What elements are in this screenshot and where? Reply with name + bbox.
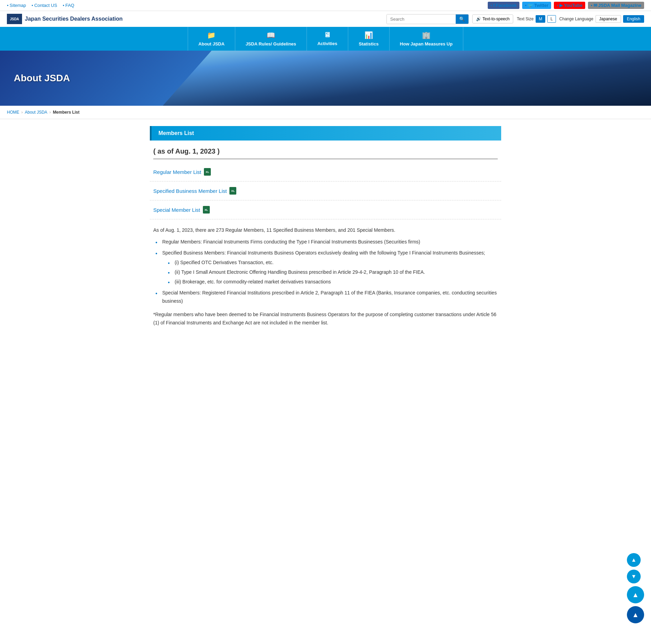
regular-member-excel-icon: XL (204, 168, 211, 176)
mail-magazine-link[interactable]: ✉ JSDA Mail Magazine (588, 2, 644, 9)
text-size-l-button[interactable]: L (547, 15, 556, 23)
logo: JSDA Japan Securities Dealers Associatio… (7, 14, 123, 24)
nav-activities[interactable]: 🖥 Activities (307, 27, 348, 51)
language-area: Change Language Japanese English (559, 15, 644, 23)
section-header: Members List (150, 126, 501, 141)
nav-how-japan-measures-up[interactable]: 🏢 How Japan Measures Up (390, 27, 463, 51)
search-button[interactable]: 🔍 (456, 14, 468, 24)
search-box: 🔍 (386, 14, 469, 24)
member-list-items: Regular Member List XL Specified Busines… (150, 163, 501, 219)
search-input[interactable] (387, 14, 456, 24)
about-jsda-icon: 📁 (207, 31, 216, 39)
nav-about-jsda[interactable]: 📁 About JSDA (188, 27, 235, 51)
twitter-link[interactable]: 🐦 Twitter (522, 2, 551, 9)
search-area: 🔍 🔊 Text-to-speech Text Size M L Change … (386, 14, 644, 24)
sub-item-iii: (iii) Brokerage, etc. for commodity-rela… (169, 278, 498, 286)
top-bar: Sitemap Contact US FAQ f Facebook 🐦 Twit… (0, 0, 651, 11)
hero-banner: About JSDA (0, 51, 651, 106)
bullet-item-specified: Specified Business Members: Financial In… (157, 249, 498, 286)
speaker-icon: 🔊 (476, 17, 481, 21)
jsda-logo-box: JSDA (7, 14, 22, 24)
twitter-icon: 🐦 (528, 3, 533, 8)
breadcrumb: HOME › About JSDA › Members List (0, 106, 651, 119)
breadcrumb-current: Members List (53, 110, 79, 115)
special-member-list-item: Special Member List XL (150, 200, 501, 219)
statistics-icon: 📊 (364, 31, 373, 39)
search-icon: 🔍 (459, 17, 465, 22)
social-links: f Facebook 🐦 Twitter ▶ YouTube ✉ JSDA Ma… (488, 2, 644, 9)
rules-icon: 📖 (267, 31, 275, 39)
breadcrumb-about-jsda[interactable]: About JSDA (25, 110, 47, 115)
nav-statistics[interactable]: 📊 Statistics (348, 27, 390, 51)
nav-rules-guidelines[interactable]: 📖 JSDA Rules/ Guidelines (235, 27, 307, 51)
sitemap-link[interactable]: Sitemap (7, 3, 26, 8)
facebook-link[interactable]: f Facebook (488, 2, 519, 9)
main-navigation: 📁 About JSDA 📖 JSDA Rules/ Guidelines 🖥 … (0, 27, 651, 51)
sub-item-i: (i) Specified OTC Derivatives Transactio… (169, 259, 498, 267)
sub-item-ii: (ii) Type I Small Amount Electronic Offe… (169, 268, 498, 277)
top-bar-links: Sitemap Contact US FAQ (7, 3, 74, 8)
footnote: *Regular members who have been deemed to… (153, 311, 498, 327)
jsda-logo-text: Japan Securities Dealers Association (25, 16, 123, 22)
special-member-list-link[interactable]: Special Member List (153, 207, 200, 213)
youtube-link[interactable]: ▶ YouTube (554, 2, 585, 9)
logo-search-bar: JSDA Japan Securities Dealers Associatio… (0, 11, 651, 27)
japanese-language-button[interactable]: Japanese (596, 15, 621, 23)
special-member-excel-icon: XL (203, 206, 210, 214)
bullet-item-regular: Regular Members: Financial Instruments F… (157, 238, 498, 246)
text-size-m-button[interactable]: M (536, 15, 545, 23)
text-to-speech-button[interactable]: 🔊 Text-to-speech (472, 14, 514, 23)
as-of-date: ( as of Aug. 1, 2023 ) (153, 147, 498, 159)
regular-member-list-item: Regular Member List XL (150, 163, 501, 181)
text-size-area: Text Size M L (517, 15, 556, 23)
hero-title: About JSDA (14, 73, 70, 84)
faq-link[interactable]: FAQ (63, 3, 74, 8)
main-content: Members List ( as of Aug. 1, 2023 ) Regu… (136, 119, 515, 340)
breadcrumb-home[interactable]: HOME (7, 110, 19, 115)
info-paragraph: As of Aug. 1, 2023, there are 273 Regula… (153, 226, 498, 235)
regular-member-list-link[interactable]: Regular Member List (153, 169, 201, 175)
breadcrumb-separator-2: › (49, 110, 51, 115)
contact-link[interactable]: Contact US (32, 3, 57, 8)
bullet-list: Regular Members: Financial Instruments F… (157, 238, 498, 305)
english-language-button[interactable]: English (623, 15, 644, 23)
mail-icon: ✉ (593, 3, 597, 8)
youtube-icon: ▶ (559, 3, 563, 8)
hero-building-image (163, 51, 651, 106)
specified-member-excel-icon: XL (229, 187, 236, 195)
specified-business-member-list-link[interactable]: Specified Business Member List (153, 188, 227, 194)
bullet-item-special: Special Members: Registered Financial In… (157, 289, 498, 305)
specified-sub-list: (i) Specified OTC Derivatives Transactio… (169, 259, 498, 286)
facebook-icon: f (493, 3, 495, 8)
activities-icon: 🖥 (324, 31, 331, 39)
specified-business-member-list-item: Specified Business Member List XL (150, 181, 501, 200)
breadcrumb-separator-1: › (21, 110, 23, 115)
measures-icon: 🏢 (422, 31, 431, 39)
